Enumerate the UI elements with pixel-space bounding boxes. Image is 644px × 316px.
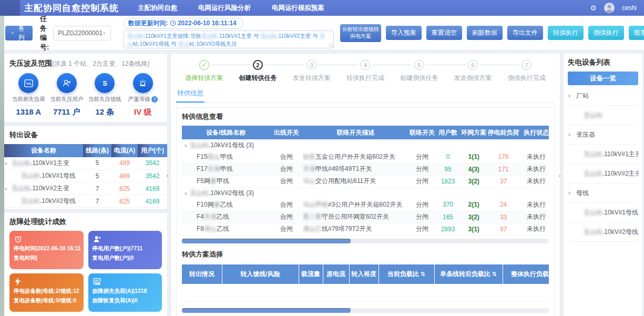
- text: 失压波及范围: [9, 59, 52, 67]
- text: ?: [153, 97, 156, 102]
- cell-outlet-switch: 合闸: [270, 211, 303, 223]
- tree-item[interactable]: 五山站: [568, 106, 638, 125]
- users-icon: [93, 235, 158, 244]
- cell-tie-switch: 分闸: [408, 175, 436, 187]
- table-row[interactable]: 五山站.10kV#2母线78254169: [4, 195, 167, 208]
- table-row[interactable]: F17天湖甲线合闸天湖甲线#49塔49T1开关分闸954(3)171未执行F7天…: [182, 163, 549, 175]
- tree-item[interactable]: 五山站.110kV#2主变: [568, 164, 638, 184]
- redacted-text: 虎山: [204, 225, 217, 232]
- plan-table-empty-body: [182, 284, 549, 302]
- cell-pre-outage-load: 37: [487, 175, 519, 187]
- column-header: 转入裕度: [349, 264, 379, 284]
- divider: [131, 105, 155, 106]
- task-list-button[interactable]: 任务列表: [5, 26, 33, 40]
- text: 图形分析: [634, 29, 644, 36]
- nav-menu-0[interactable]: 主配协同自愈: [138, 4, 177, 13]
- collapse-right-icon[interactable]: ›: [557, 167, 563, 183]
- text: 分析转出馈线转供电方案: [342, 26, 379, 39]
- person-icon: [604, 3, 615, 13]
- cell-lines: 7: [83, 182, 111, 195]
- text: 单条线转后负载比: [440, 270, 490, 278]
- step-number: 7: [522, 60, 531, 70]
- task-list-label: 任务列表: [16, 15, 26, 51]
- toolbar-button-blue-1[interactable]: 导入预案: [386, 26, 422, 40]
- table-row[interactable]: ∨五山站.110kV#2主变78254169: [4, 182, 167, 195]
- table-row[interactable]: F5网夏甲线合闸马山交公用配电站611开关分闸18233(2)37未执行F16马…: [182, 175, 549, 187]
- cell-feeder-name: F15联山甲线: [182, 151, 270, 163]
- toolbar-button-blue-4[interactable]: 导出文件: [507, 26, 543, 40]
- text: .110kV#2主变: [602, 169, 638, 178]
- column-header: 设备名称: [4, 144, 83, 157]
- task-no-select[interactable]: PLZG22000001 ∨: [53, 26, 110, 40]
- text: 停电前负荷: [488, 129, 519, 136]
- feeder-icon: S: [95, 73, 115, 93]
- toolbar-button-blue-0[interactable]: 分析转出馈线转供电方案: [340, 24, 381, 42]
- sort-icon[interactable]: ⇅: [492, 271, 497, 277]
- text: ⇅: [421, 271, 425, 277]
- fault-description-textarea[interactable]: 五山站.110kV#1主变故障:导致五山站.110kV#1主变 与 五山站.11…: [124, 30, 334, 48]
- tree-item[interactable]: 五山站.110kV#1主变: [568, 145, 638, 164]
- help-icon[interactable]: ?: [151, 96, 158, 103]
- text: .110kV#2主变 与: [277, 33, 320, 39]
- table-row[interactable]: 五山站.10kV#1母线54893542: [4, 170, 167, 182]
- text: 复电时间|: [14, 254, 37, 261]
- redacted-text: 天湖: [204, 213, 217, 220]
- redacted-text: 虎山乙: [303, 225, 322, 232]
- cell-pre-outage-load: 97: [487, 223, 519, 235]
- chevron-down-icon[interactable]: ∨: [182, 191, 190, 196]
- toolbar-button-blue-3[interactable]: 刷新数据: [467, 26, 503, 40]
- avatar[interactable]: [604, 3, 615, 13]
- redacted-text: 五山站: [21, 172, 40, 179]
- sort-icon[interactable]: ⇅: [421, 271, 425, 277]
- nav-menu-1[interactable]: 电网运行风险分析: [198, 4, 251, 13]
- text: .110kV#2主变: [30, 185, 69, 192]
- cell-device-name: ∨五山站.110kV#2主变: [4, 182, 83, 195]
- stat-card-line: 故障恢复负荷(A)|0: [93, 296, 158, 305]
- tree-group-2[interactable]: ∨母线: [568, 184, 638, 203]
- cell-tie-switch-desc: 创意五金公用户外开关箱602开关: [303, 151, 408, 163]
- tree-group-0[interactable]: ∨厂站: [568, 86, 638, 106]
- text: 未执行: [527, 225, 546, 232]
- table-row[interactable]: F10网夏乙线合闸马山甲线#3公用户外开关箱602开关分闸3702(1)24未执…: [182, 199, 549, 211]
- collapse-left-icon[interactable]: ‹: [165, 167, 170, 183]
- text: ceshi: [622, 4, 637, 12]
- transfer-out-panel: 转出设备 设备名称线路(条)电流(A)用户(个) ∨五山站.110kV#1主变5…: [4, 126, 167, 209]
- column-header-label: 原电流: [326, 270, 345, 278]
- table-row[interactable]: F8虎山乙线合闸虎山乙线#79塔79T2开关分闸28933(1)97未执行F5和…: [182, 223, 549, 235]
- cell-exec-status: 未执行: [519, 163, 549, 175]
- table-row[interactable]: F15联山甲线合闸创意五金公用户外开关箱602开关分闸01(1)176未执行F1…: [182, 151, 549, 163]
- column-header[interactable]: 当前负载比⇅: [379, 264, 434, 284]
- column-header[interactable]: 整体执行负载比⇅: [503, 264, 549, 284]
- tab-transfer-info[interactable]: 转供信息: [176, 89, 205, 103]
- step-4: 4转供执行完成: [339, 60, 392, 83]
- group-row[interactable]: ∨五山站.10kV#1母线 (3): [182, 139, 549, 151]
- tree-group-1[interactable]: ∨变压器: [568, 125, 638, 145]
- tree-item[interactable]: 五山站.10kV#1母线: [568, 203, 638, 222]
- user-icon: [57, 73, 77, 93]
- table-row[interactable]: ∨五山站.110kV#1主变54893542: [4, 157, 167, 170]
- tree-item[interactable]: 五山站.10kV#2母线: [568, 222, 638, 242]
- device-overview-header[interactable]: 设备一览: [568, 72, 638, 85]
- text: 联络开关: [410, 129, 435, 136]
- column-header[interactable]: 单条线转后负载比⇅: [434, 264, 503, 284]
- chevron-down-icon[interactable]: ∨: [4, 161, 12, 166]
- scrollbar-thumb[interactable]: [182, 239, 351, 243]
- cell-tie-switch-desc: 第二看守所公用环网室602开关: [303, 211, 408, 223]
- toolbar-button-cyan-1[interactable]: 倒供执行: [588, 26, 624, 40]
- tab-bar: 转供信息: [176, 88, 555, 103]
- username[interactable]: ceshi: [622, 4, 637, 12]
- toolbar-button-cyan-2[interactable]: 图形分析: [629, 26, 644, 40]
- task-list-icon: [12, 30, 14, 36]
- chevron-down-icon[interactable]: ∨: [182, 143, 190, 148]
- nav-menu-2[interactable]: 电网运行模拟预案: [272, 4, 324, 13]
- load-chart-icon: [93, 277, 158, 287]
- chevron-down-icon[interactable]: ∨: [4, 186, 12, 191]
- table-row[interactable]: F4天湖乙线合闸第二看守所公用环网室602开关分闸1653(2)33未执行F8看…: [182, 211, 549, 223]
- toolbar-button-blue-2[interactable]: 重置清空: [426, 26, 462, 40]
- group-cell: ∨五山站.10kV#2母线 (3): [182, 187, 549, 199]
- gear-icon[interactable]: ⚙: [590, 4, 597, 12]
- cell-lines: 7: [83, 195, 111, 208]
- scrollbar-thumb[interactable]: [182, 308, 351, 313]
- toolbar-button-cyan-0[interactable]: 转供执行: [548, 26, 584, 40]
- group-row[interactable]: ∨五山站.10kV#2母线 (3): [182, 187, 549, 199]
